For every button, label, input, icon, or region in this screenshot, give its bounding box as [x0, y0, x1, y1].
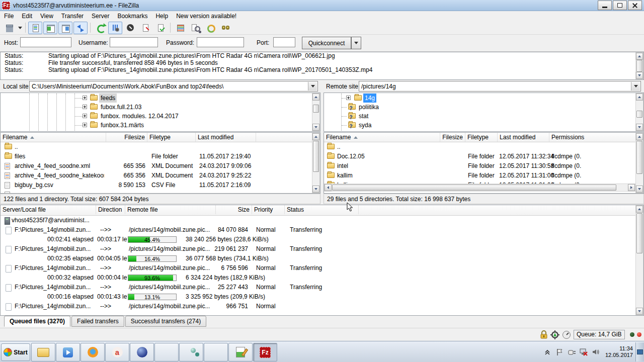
taskbar-app-green-orbs[interactable] — [179, 343, 203, 361]
scroll-left-icon[interactable] — [325, 184, 332, 191]
scroll-down-icon[interactable] — [312, 124, 319, 131]
scroll-up-icon[interactable] — [636, 53, 643, 60]
minimize-button[interactable] — [598, 1, 612, 10]
process-queue-button[interactable] — [108, 22, 122, 34]
menu-file[interactable]: File — [0, 12, 18, 21]
tree-expander-icon[interactable] — [83, 105, 87, 109]
host-input[interactable] — [20, 37, 71, 47]
tree-item-syda[interactable]: ?syda — [324, 121, 635, 130]
menu-edit[interactable]: Edit — [18, 12, 36, 21]
queue-scroll-thumb[interactable] — [636, 213, 642, 253]
local-list-scroll-thumb[interactable] — [313, 141, 319, 172]
taskbar-app-candle-app[interactable] — [204, 343, 228, 361]
local-tree[interactable]: feedsfubox.full.21.03funbox. modules. 12… — [0, 93, 320, 132]
scroll-right-icon[interactable] — [628, 184, 635, 191]
queue-transfer-row[interactable]: F:\Pictures_14g\mobiil.zun...-->>/pictur… — [1, 302, 635, 311]
remote-file-list[interactable]: FilenameFilesizeFiletypeLast modifiedPer… — [324, 132, 644, 194]
transfer-queue[interactable]: Server/Local fileDirectionRemote fileSiz… — [0, 205, 644, 316]
tree-item-funbox-31-m-rts[interactable]: funbox.31.märts — [1, 121, 311, 130]
toggle-log-button[interactable] — [28, 22, 42, 34]
tree-expander-icon[interactable] — [83, 96, 87, 100]
remote-list-hscrollbar[interactable] — [324, 184, 635, 192]
scroll-up-icon[interactable] — [312, 133, 319, 140]
menu-view[interactable]: View — [36, 12, 57, 21]
file-row-kallim[interactable]: kallimFile folder12.05.2017 11:31:00flcd… — [324, 171, 635, 180]
tree-expander-icon[interactable] — [83, 114, 87, 118]
password-input[interactable] — [197, 37, 244, 47]
queue-transfer-row[interactable]: F:\Pictures_14g\mobiil.zun...-->>/pictur… — [1, 225, 635, 235]
queue-progress-row[interactable]: 00:02:35 elapsed00:04:05 left16.4%36 077… — [1, 254, 635, 263]
column-header-last-modified[interactable]: Last modified — [498, 133, 549, 142]
taskbar-app-firefox-2[interactable] — [154, 343, 179, 361]
remote-tree-scrollbar[interactable] — [635, 93, 643, 131]
queue-transfer-row[interactable]: F:\Pictures_14g\mobiil.zun...-->>/pictur… — [1, 244, 635, 254]
filter-button[interactable] — [173, 22, 187, 34]
queue-scrollbar[interactable] — [635, 205, 643, 315]
taskbar-app-firefox[interactable] — [80, 343, 105, 361]
remote-tree-scroll-thumb[interactable] — [636, 111, 642, 118]
menu-new-version-available[interactable]: New version available! — [172, 12, 240, 21]
column-header-priority[interactable]: Priority — [252, 205, 285, 214]
power-plug-icon[interactable] — [567, 347, 576, 356]
start-button[interactable]: Start — [1, 343, 30, 361]
tree-item-poliitika[interactable]: ?poliitika — [324, 103, 635, 112]
remote-hscroll-thumb[interactable] — [332, 185, 616, 191]
queue-progress-row[interactable]: 00:00:32 elapsed00:00:04 left93.6%6 324 … — [1, 273, 635, 283]
scroll-up-icon[interactable] — [312, 94, 319, 101]
column-header-remote-file[interactable]: Remote file — [125, 205, 216, 214]
tab-successful-transfers-274[interactable]: Successful transfers (274) — [125, 316, 206, 327]
file-row[interactable] — [1, 190, 311, 193]
column-header-filename[interactable]: Filename — [1, 133, 106, 142]
scroll-up-icon[interactable] — [636, 94, 643, 101]
local-file-list[interactable]: FilenameFilesizeFiletypeLast modified ..… — [0, 132, 320, 194]
log-scroll-thumb[interactable] — [636, 60, 642, 72]
show-desktop-button[interactable] — [635, 342, 644, 361]
directory-comparison-button[interactable] — [188, 22, 202, 34]
close-button[interactable] — [628, 1, 642, 10]
file-row-archive-4-feed-soodne-katekoor[interactable]: archive_4_feed_soodne_katekoor...665 356… — [1, 171, 311, 180]
menu-bookmarks[interactable]: Bookmarks — [113, 12, 151, 21]
log-scrollbar[interactable] — [635, 52, 643, 79]
queue-transfer-row[interactable]: F:\Pictures_14g\mobiil.zun...-->>/pictur… — [1, 283, 635, 292]
column-header-filetype[interactable]: Filetype — [465, 133, 498, 142]
tree-item-funbox-modules-12-04-2017[interactable]: funbox. modules. 12.04.2017 — [1, 112, 311, 121]
menu-server[interactable]: Server — [88, 12, 113, 21]
menu-transfer[interactable]: Transfer — [57, 12, 88, 21]
column-header-filesize[interactable]: Filesize — [106, 133, 147, 142]
column-header-direction[interactable]: Direction — [96, 205, 125, 214]
tree-item-feeds[interactable]: feeds — [1, 94, 311, 103]
taskbar-app-media-player[interactable] — [56, 343, 80, 361]
scroll-down-icon[interactable] — [636, 124, 643, 131]
tree-item-stat[interactable]: ?stat — [324, 112, 635, 121]
column-header-size[interactable]: Size — [216, 205, 252, 214]
tree-item-14g[interactable]: 14g — [324, 94, 635, 103]
scroll-down-icon[interactable] — [636, 72, 643, 79]
tree-expander-icon[interactable] — [83, 123, 87, 127]
column-header-filename[interactable]: Filename — [324, 133, 440, 142]
file-row-[interactable]: .. — [1, 142, 311, 152]
chevron-down-icon[interactable] — [631, 82, 640, 90]
remote-path-combo[interactable]: /pictures/14g — [359, 81, 641, 92]
toggle-local-tree-button[interactable] — [43, 22, 57, 34]
remote-tree[interactable]: 14g?poliitika?stat?syda — [324, 93, 644, 132]
remote-list-scrollbar[interactable] — [635, 133, 643, 193]
taskbar-app-filezilla[interactable]: Fz — [253, 343, 277, 361]
synchronized-browsing-button[interactable] — [203, 22, 217, 34]
quickconnect-dropdown-button[interactable] — [351, 37, 361, 49]
taskbar-app-a-browser[interactable]: a — [105, 343, 129, 361]
toggle-queue-button[interactable] — [73, 22, 88, 34]
reconnect-button[interactable] — [153, 22, 168, 34]
taskbar-app-text-editor[interactable] — [228, 343, 253, 361]
tab-failed-transfers[interactable]: Failed transfers — [71, 316, 124, 327]
network-error-icon[interactable] — [579, 347, 588, 356]
taskbar-clock[interactable]: 11:34 12.05.2017 — [603, 345, 635, 358]
port-input[interactable] — [273, 37, 295, 47]
disconnect-button[interactable] — [138, 22, 152, 34]
local-path-combo[interactable]: C:\Users\Ministeerium\Documents\Work.Abo… — [29, 81, 318, 92]
cancel-button[interactable] — [123, 22, 137, 34]
queue-progress-row[interactable]: 00:00:16 elapsed00:01:43 left13.1%3 325 … — [1, 292, 635, 302]
site-manager-dropdown[interactable] — [17, 22, 23, 34]
toggle-remote-tree-button[interactable] — [58, 22, 72, 34]
menu-help[interactable]: Help — [151, 12, 172, 21]
remote-list-scroll-thumb[interactable] — [636, 141, 642, 174]
